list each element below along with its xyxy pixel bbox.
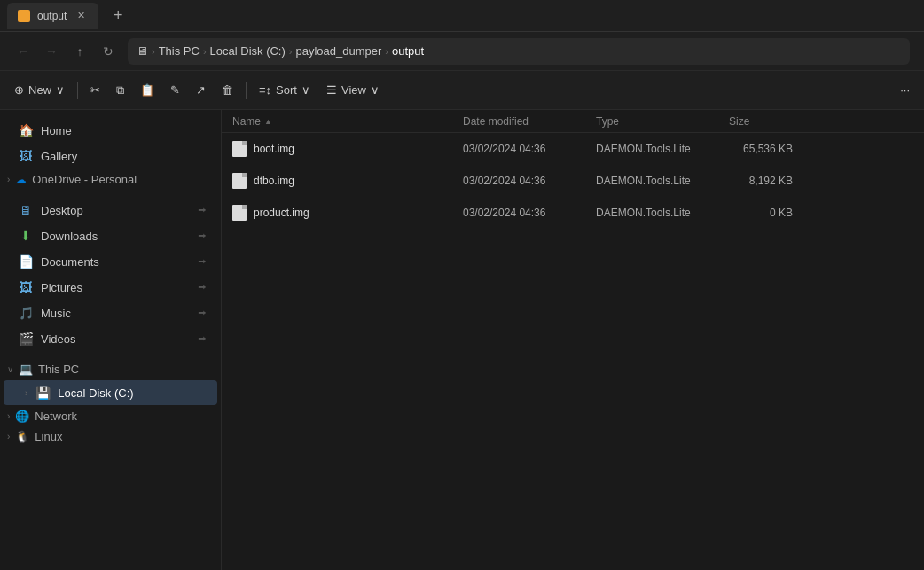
sidebar-item-local-disk-label: Local Disk (C:) xyxy=(58,387,133,400)
new-chevron-icon: ∨ xyxy=(56,83,65,97)
cut-button[interactable]: ✂ xyxy=(83,77,107,104)
file-icon-dtbo xyxy=(232,173,247,189)
forward-button[interactable]: → xyxy=(39,39,64,64)
active-tab[interactable]: output ✕ xyxy=(7,3,98,29)
sidebar-item-videos[interactable]: 🎬 Videos ⮕ xyxy=(4,326,217,351)
sidebar-item-music[interactable]: 🎵 Music ⮕ xyxy=(4,301,217,325)
column-date-modified[interactable]: Date modified xyxy=(459,115,592,128)
sidebar-item-onedrive[interactable]: › ☁ OneDrive - Personal xyxy=(0,169,221,190)
copy-icon: ⧉ xyxy=(116,83,124,98)
file-name-product: product.img xyxy=(229,205,459,221)
sidebar-item-network-label: Network xyxy=(35,410,77,423)
sort-label: Sort xyxy=(276,83,297,97)
onedrive-chevron-icon: › xyxy=(7,175,10,184)
file-size-boot: 65,536 KB xyxy=(725,143,796,155)
new-icon: ⊕ xyxy=(14,83,24,97)
new-label: New xyxy=(28,83,51,97)
tab-folder-icon xyxy=(18,10,30,22)
view-chevron-icon: ∨ xyxy=(371,83,380,97)
breadcrumb-local-disk[interactable]: Local Disk (C:) xyxy=(210,44,286,58)
sidebar-item-desktop[interactable]: 🖥 Desktop ⮕ xyxy=(4,198,217,223)
local-disk-icon: 💾 xyxy=(35,385,51,401)
column-type[interactable]: Type xyxy=(592,115,725,128)
breadcrumb-this-pc[interactable]: This PC xyxy=(159,44,200,58)
paste-icon: 📋 xyxy=(140,83,154,97)
sidebar-item-linux[interactable]: › 🐧 Linux xyxy=(0,426,221,447)
file-size-product: 0 KB xyxy=(725,207,796,219)
file-type-product: DAEMON.Tools.Lite xyxy=(592,207,725,219)
main-area: 🏠 Home 🖼 Gallery › ☁ OneDrive - Personal… xyxy=(0,110,924,570)
copy-button[interactable]: ⧉ xyxy=(109,77,131,104)
view-label: View xyxy=(341,83,366,97)
paste-button[interactable]: 📋 xyxy=(133,77,161,104)
sidebar-item-network[interactable]: › 🌐 Network xyxy=(0,406,221,426)
sort-chevron-icon: ∨ xyxy=(301,83,310,97)
sidebar-item-videos-label: Videos xyxy=(41,332,76,346)
sidebar-item-music-label: Music xyxy=(41,307,71,320)
music-pin-icon: ⮕ xyxy=(198,308,207,318)
file-name-label-product: product.img xyxy=(254,207,309,219)
sidebar-item-documents-label: Documents xyxy=(41,255,99,269)
sidebar-item-local-disk[interactable]: › 💾 Local Disk (C:) xyxy=(4,380,217,405)
new-button[interactable]: ⊕ New ∨ xyxy=(7,77,72,104)
sidebar-item-gallery-label: Gallery xyxy=(41,150,77,163)
file-size-dtbo: 8,192 KB xyxy=(725,175,796,187)
table-row[interactable]: boot.img 03/02/2024 04:36 DAEMON.Tools.L… xyxy=(222,133,924,165)
linux-icon: 🐧 xyxy=(15,430,29,443)
new-tab-button[interactable]: + xyxy=(106,4,130,28)
tab-label: output xyxy=(37,10,67,22)
table-row[interactable]: product.img 03/02/2024 04:36 DAEMON.Tool… xyxy=(222,197,924,229)
more-options-button[interactable]: ··· xyxy=(893,77,917,104)
network-icon: 🌐 xyxy=(15,410,29,423)
rename-button[interactable]: ✎ xyxy=(163,77,187,104)
toolbar: ⊕ New ∨ ✂ ⧉ 📋 ✎ ↗ 🗑 ≡↕ Sort ∨ ☰ View ∨ ·… xyxy=(0,71,924,110)
delete-icon: 🗑 xyxy=(222,83,233,97)
sidebar-item-pictures[interactable]: 🖼 Pictures ⮕ xyxy=(4,275,217,300)
file-list-header: Name ▲ Date modified Type Size xyxy=(222,110,924,133)
file-icon-boot xyxy=(232,141,247,157)
sidebar-item-downloads[interactable]: ⬇ Downloads ⮕ xyxy=(4,223,217,248)
nav-bar: ← → ↑ ↻ 🖥 › This PC › Local Disk (C:) › … xyxy=(0,32,924,71)
file-date-product: 03/02/2024 04:36 xyxy=(459,207,592,219)
gallery-icon: 🖼 xyxy=(18,148,34,164)
sort-button[interactable]: ≡↕ Sort ∨ xyxy=(252,77,317,104)
toolbar-separator-1 xyxy=(77,82,78,99)
share-button[interactable]: ↗ xyxy=(189,77,213,104)
column-name[interactable]: Name ▲ xyxy=(229,115,459,128)
sidebar-item-documents[interactable]: 📄 Documents ⮕ xyxy=(4,249,217,274)
view-button[interactable]: ☰ View ∨ xyxy=(319,77,387,104)
pictures-icon: 🖼 xyxy=(18,279,34,295)
delete-button[interactable]: 🗑 xyxy=(215,77,240,104)
file-icon-product xyxy=(232,205,247,221)
breadcrumb-output[interactable]: output xyxy=(392,44,424,58)
up-button[interactable]: ↑ xyxy=(67,39,92,64)
column-size-label: Size xyxy=(729,115,749,128)
file-name-label-dtbo: dtbo.img xyxy=(254,175,294,187)
downloads-pin-icon: ⮕ xyxy=(198,231,207,241)
share-icon: ↗ xyxy=(196,83,206,97)
file-date-boot: 03/02/2024 04:36 xyxy=(459,143,592,155)
music-icon: 🎵 xyxy=(18,305,34,321)
column-size[interactable]: Size xyxy=(725,115,796,128)
breadcrumb-payload-dumper[interactable]: payload_dumper xyxy=(296,44,382,58)
sidebar-item-pictures-label: Pictures xyxy=(41,281,82,294)
refresh-button[interactable]: ↻ xyxy=(96,39,121,64)
column-date-label: Date modified xyxy=(463,115,529,128)
desktop-icon: 🖥 xyxy=(18,202,34,218)
file-area: Name ▲ Date modified Type Size boot.img … xyxy=(222,110,924,570)
desktop-pin-icon: ⮕ xyxy=(198,206,207,215)
title-bar: output ✕ + xyxy=(0,0,924,32)
sidebar-item-this-pc[interactable]: ∨ 💻 This PC xyxy=(0,359,221,379)
tab-close-button[interactable]: ✕ xyxy=(74,9,88,23)
sidebar-item-gallery[interactable]: 🖼 Gallery xyxy=(4,144,217,168)
videos-pin-icon: ⮕ xyxy=(198,334,207,344)
column-name-label: Name xyxy=(232,115,261,128)
column-name-sort-icon: ▲ xyxy=(264,117,272,126)
table-row[interactable]: dtbo.img 03/02/2024 04:36 DAEMON.Tools.L… xyxy=(222,165,924,197)
column-type-label: Type xyxy=(596,115,619,128)
file-name-dtbo: dtbo.img xyxy=(229,173,459,189)
back-button[interactable]: ← xyxy=(11,39,35,64)
local-disk-chevron-icon: › xyxy=(25,388,27,398)
file-name-boot: boot.img xyxy=(229,141,459,157)
sidebar-item-home[interactable]: 🏠 Home xyxy=(4,118,217,143)
